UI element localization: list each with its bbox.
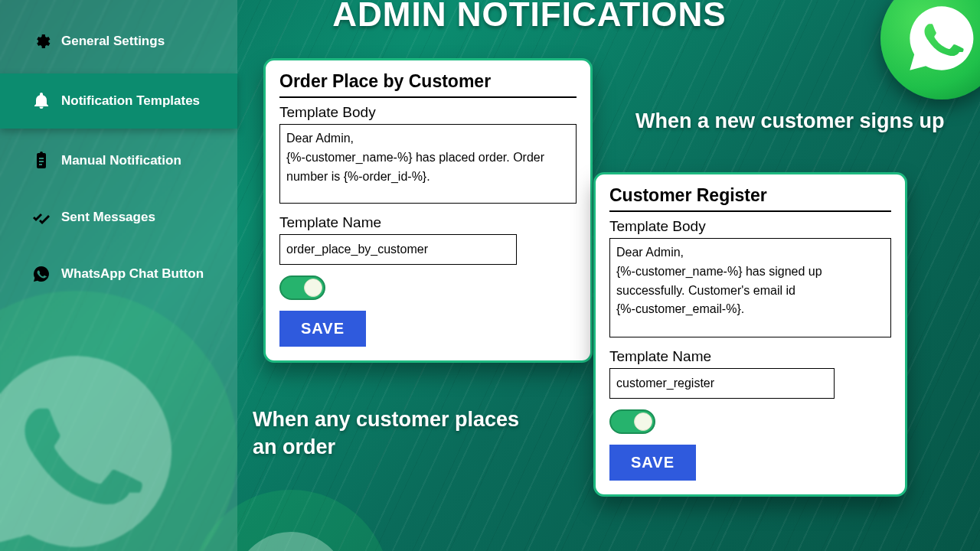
sidebar-item-general-settings[interactable]: General Settings: [0, 17, 237, 66]
card-title: Order Place by Customer: [279, 71, 577, 98]
gear-icon: [32, 32, 51, 51]
template-card-order-place: Order Place by Customer Template Body Te…: [263, 58, 593, 363]
sidebar: General Settings Notification Templates …: [0, 0, 237, 551]
double-check-icon: [32, 208, 51, 227]
template-name-input[interactable]: [279, 234, 517, 265]
template-body-label: Template Body: [609, 218, 891, 235]
enable-toggle[interactable]: [279, 276, 325, 300]
enable-toggle[interactable]: [609, 409, 655, 434]
caption-customer-register: When a new customer signs up: [635, 107, 945, 135]
sidebar-item-label: Sent Messages: [61, 210, 155, 225]
caption-order-place: When any customer places an order: [253, 406, 544, 461]
sidebar-item-sent-messages[interactable]: Sent Messages: [0, 193, 237, 242]
sidebar-item-label: WhatsApp Chat Button: [61, 266, 204, 282]
sidebar-item-notification-templates[interactable]: Notification Templates: [0, 73, 237, 129]
save-button[interactable]: SAVE: [609, 445, 696, 481]
template-body-input[interactable]: [609, 238, 891, 337]
template-name-label: Template Name: [279, 214, 577, 231]
template-body-label: Template Body: [279, 104, 577, 121]
sidebar-item-label: Notification Templates: [61, 93, 200, 109]
page-title: ADMIN NOTIFICATIONS: [332, 0, 726, 34]
sidebar-item-label: General Settings: [61, 34, 165, 49]
sidebar-item-manual-notification[interactable]: Manual Notification: [0, 136, 237, 185]
template-card-customer-register: Customer Register Template Body Template…: [593, 172, 907, 497]
save-button[interactable]: SAVE: [279, 311, 366, 347]
toggle-knob: [634, 412, 652, 431]
clipboard-icon: [32, 152, 51, 170]
sidebar-item-whatsapp-chat-button[interactable]: WhatsApp Chat Button: [0, 249, 237, 298]
template-name-label: Template Name: [609, 348, 891, 365]
template-body-input[interactable]: [279, 124, 577, 204]
template-name-input[interactable]: [609, 368, 835, 399]
sidebar-item-label: Manual Notification: [61, 153, 181, 168]
whatsapp-logo: [880, 0, 980, 99]
whatsapp-icon: [32, 265, 51, 283]
card-title: Customer Register: [609, 185, 891, 212]
toggle-knob: [304, 279, 322, 297]
bell-icon: [32, 92, 51, 110]
